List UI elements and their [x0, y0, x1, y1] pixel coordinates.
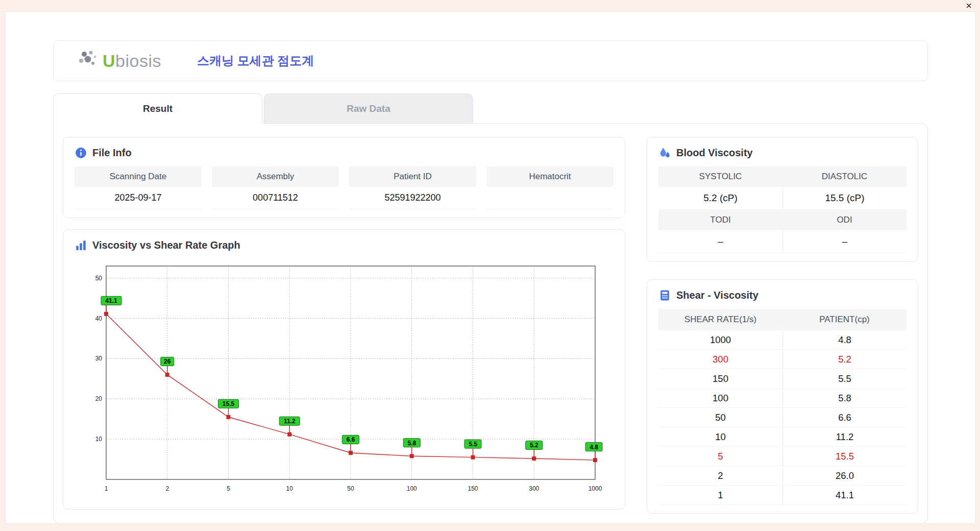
shear-rate-value: 150: [658, 369, 782, 389]
graph-title: Viscosity vs Shear Rate Graph: [92, 239, 240, 251]
assembly-value: 000711512: [212, 187, 339, 209]
svg-text:150: 150: [468, 485, 478, 492]
shear-viscosity-row: 1505.5: [658, 369, 906, 389]
patient-viscosity-value: 11.2: [782, 427, 906, 447]
shear-rate-value: 100: [658, 389, 782, 408]
logo-dots-icon: [77, 49, 101, 73]
tab-result[interactable]: Result: [53, 93, 262, 124]
droplets-icon: [658, 147, 671, 159]
close-icon[interactable]: ×: [966, 0, 972, 11]
shear-viscosity-row: 1005.8: [658, 389, 906, 408]
hematocrit-label: Hematocrit: [486, 166, 614, 187]
blood-viscosity-title: Blood Viscosity: [676, 147, 753, 159]
svg-text:11.2: 11.2: [284, 418, 296, 425]
shear-viscosity-card: Shear - Viscosity SHEAR RATE(1/s) PATIEN…: [647, 279, 918, 514]
blood-viscosity-card: Blood Viscosity SYSTOLIC DIASTOLIC 5.2 (…: [647, 137, 918, 262]
svg-text:20: 20: [95, 395, 103, 402]
todi-label: TODI: [658, 210, 782, 230]
viscosity-shear-chart: 10203040501251050100150300100041.12615.5…: [75, 259, 614, 499]
logo-letters-biosis: biosis: [115, 51, 161, 70]
app-header: Ubiosis 스캐닝 모세관 점도계: [53, 40, 928, 81]
blood-viscosity-table: SYSTOLIC DIASTOLIC 5.2 (cP) 15.5 (cP) TO…: [658, 166, 906, 253]
page-title: 스캐닝 모세관 점도계: [197, 53, 314, 69]
todi-value: –: [658, 230, 782, 253]
patient-viscosity-value: 15.5: [782, 447, 906, 466]
svg-text:4.8: 4.8: [590, 444, 598, 451]
result-panel: File Info Scanning Date Assembly Patient…: [53, 123, 928, 524]
svg-text:6.6: 6.6: [347, 436, 355, 443]
patient-id-label: Patient ID: [349, 166, 476, 187]
graph-header: Viscosity vs Shear Rate Graph: [75, 239, 614, 252]
patient-viscosity-value: 5.8: [782, 389, 906, 408]
shear-rate-value: 1000: [658, 330, 782, 350]
svg-text:100: 100: [407, 485, 417, 492]
svg-text:1: 1: [105, 485, 108, 492]
shear-rate-value: 10: [658, 427, 782, 447]
patient-id-value: 52591922200: [349, 187, 476, 209]
shear-rate-value: 50: [658, 408, 782, 427]
file-info-title: File Info: [92, 147, 132, 159]
svg-text:5.2: 5.2: [530, 442, 538, 449]
diastolic-value: 15.5 (cP): [782, 187, 906, 210]
patient-viscosity-value: 5.2: [782, 350, 906, 369]
svg-text:2: 2: [165, 485, 169, 492]
svg-text:5: 5: [227, 485, 230, 492]
patient-column-header: PATIENT(cp): [782, 309, 906, 330]
svg-text:50: 50: [95, 275, 103, 282]
shear-viscosity-row: 506.6: [658, 408, 906, 427]
svg-text:10: 10: [95, 436, 103, 443]
diastolic-label: DIASTOLIC: [782, 166, 906, 187]
svg-text:50: 50: [347, 485, 354, 492]
logo-text: Ubiosis: [103, 51, 161, 71]
shear-rate-value: 1: [658, 486, 782, 505]
patient-viscosity-value: 41.1: [782, 486, 906, 505]
svg-text:26: 26: [164, 358, 171, 365]
shear-viscosity-rows: 10004.83005.21505.51005.8506.61011.2515.…: [658, 330, 906, 505]
shear-viscosity-row: 3005.2: [658, 350, 906, 369]
patient-viscosity-value: 6.6: [782, 408, 906, 427]
shear-rate-value: 300: [658, 350, 782, 369]
info-icon: [75, 147, 87, 159]
shear-rate-column-header: SHEAR RATE(1/s): [658, 309, 782, 330]
hematocrit-value: [486, 187, 614, 209]
right-column: Blood Viscosity SYSTOLIC DIASTOLIC 5.2 (…: [647, 137, 918, 514]
odi-label: ODI: [782, 210, 906, 230]
shear-viscosity-row: 515.5: [658, 447, 906, 466]
svg-text:10: 10: [286, 485, 293, 492]
shear-viscosity-title: Shear - Viscosity: [676, 289, 758, 301]
viscosity-graph-card: Viscosity vs Shear Rate Graph 1020304050…: [63, 229, 625, 510]
ubiosis-logo: Ubiosis: [77, 49, 161, 73]
shear-viscosity-header: Shear - Viscosity: [658, 289, 906, 302]
shear-viscosity-column-headers: SHEAR RATE(1/s) PATIENT(cp): [658, 309, 906, 330]
scanning-date-value: 2025-09-17: [75, 187, 202, 209]
file-info-table: Scanning Date Assembly Patient ID Hemato…: [75, 166, 614, 209]
assembly-label: Assembly: [212, 166, 339, 187]
file-info-header: File Info: [75, 147, 614, 159]
bar-chart-icon: [75, 239, 87, 252]
app-window: Ubiosis 스캐닝 모세관 점도계 Result Raw Data: [5, 11, 976, 524]
svg-text:15.5: 15.5: [223, 400, 235, 407]
shear-rate-value: 5: [658, 447, 782, 466]
logo-letter-u: U: [103, 51, 115, 70]
tab-bar: Result Raw Data: [53, 93, 928, 123]
patient-viscosity-value: 26.0: [782, 466, 906, 486]
shear-viscosity-row: 141.1: [658, 486, 906, 505]
file-info-card: File Info Scanning Date Assembly Patient…: [63, 137, 625, 218]
page-content: Ubiosis 스캐닝 모세관 점도계 Result Raw Data: [53, 12, 928, 524]
calculator-icon: [658, 289, 671, 302]
left-column: File Info Scanning Date Assembly Patient…: [63, 137, 625, 510]
chart-container: 10203040501251050100150300100041.12615.5…: [75, 259, 614, 501]
patient-viscosity-value: 5.5: [782, 369, 906, 389]
shear-viscosity-row: 1011.2: [658, 427, 906, 447]
blood-viscosity-header: Blood Viscosity: [658, 147, 906, 159]
shear-viscosity-row: 226.0: [658, 466, 906, 486]
svg-text:30: 30: [95, 355, 103, 362]
svg-text:300: 300: [529, 485, 539, 492]
svg-text:41.1: 41.1: [105, 297, 117, 304]
odi-value: –: [782, 230, 906, 253]
shear-rate-value: 2: [658, 466, 782, 486]
systolic-label: SYSTOLIC: [658, 166, 782, 187]
tab-raw-data[interactable]: Raw Data: [264, 93, 473, 123]
svg-text:5.8: 5.8: [407, 440, 416, 447]
svg-text:40: 40: [95, 315, 103, 322]
